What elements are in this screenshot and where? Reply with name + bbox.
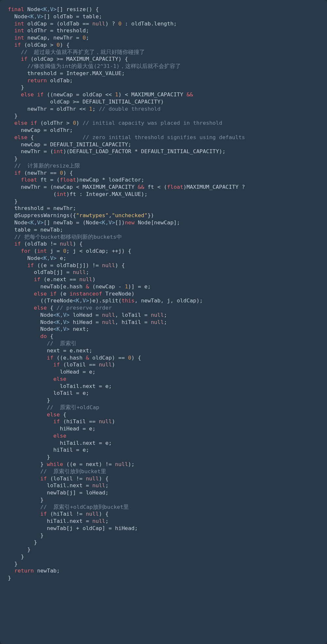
t: ;	[105, 518, 109, 524]
kw: if	[8, 355, 53, 361]
null: null	[99, 362, 112, 368]
t: Node	[8, 219, 27, 226]
t: newCap = DEFAULT_INITIAL_CAPACITY;	[8, 141, 131, 148]
t: (	[8, 191, 57, 197]
gen: <K,V>	[27, 219, 44, 226]
t: threshold = newThr;	[8, 205, 76, 211]
t: )newCap * loadFactor;	[76, 177, 145, 183]
t: hiHead =	[70, 319, 102, 325]
kw: if	[8, 42, 21, 48]
gen: <K,V>	[53, 326, 70, 332]
op: &	[86, 355, 89, 361]
kw: instanceof	[70, 291, 102, 297]
kw: this	[122, 298, 135, 304]
t: newThr = (	[8, 148, 53, 154]
t: );	[128, 461, 135, 467]
t: Node	[8, 326, 53, 332]
code-block: final Node<K,V>[] resize() { Node<K,V>[]…	[0, 0, 327, 644]
null: null	[92, 21, 105, 27]
t: {	[47, 305, 57, 311]
null: null	[115, 461, 128, 467]
t: (newCap -	[89, 283, 125, 290]
t: newThr = (newCap < MAXIMUM_CAPACITY	[8, 184, 138, 190]
t: ) {	[115, 262, 125, 268]
cmt: // double threshold	[99, 106, 161, 112]
kw: return	[8, 77, 47, 84]
t: }	[8, 155, 18, 162]
t: TreeNode)	[102, 291, 134, 297]
op: &&	[186, 91, 193, 98]
t: (e	[57, 291, 70, 297]
t: ;	[86, 35, 89, 41]
cmt: //修改阈值为int的最大值(2^31-1)，这样以后就不会扩容了	[8, 63, 181, 69]
t: oldThr = threshold;	[24, 27, 89, 34]
t: (oldTab !=	[21, 241, 60, 247]
t: hiTail.next = e;	[8, 440, 112, 446]
gen: <K,V>	[99, 219, 115, 226]
kw: if	[8, 241, 21, 247]
gen: <K,V>	[40, 6, 57, 12]
t: ;	[164, 312, 167, 318]
t: }	[8, 575, 11, 581]
op: &	[86, 283, 89, 290]
t: )(DEFAULT_LOAD_FACTOR * DEFAULT_INITIAL_…	[63, 148, 226, 154]
t: ft = (	[37, 177, 60, 183]
cmt: // 原索引+oldCap放到bucket里	[8, 504, 129, 510]
t: (newThr ==	[21, 170, 60, 176]
null: null	[151, 312, 164, 318]
cmt: // zero initial threshold signifies usin…	[83, 134, 245, 140]
t: ) {	[99, 511, 109, 517]
t: , newTab, j, oldCap);	[134, 298, 203, 304]
t: @SuppressWarnings({	[8, 212, 76, 218]
n: 1	[125, 283, 128, 290]
kw: else	[8, 376, 66, 382]
null: null	[99, 418, 112, 425]
t: ((e.hash	[53, 355, 86, 361]
t: (loTail !=	[47, 475, 86, 482]
kw: if	[8, 276, 40, 282]
t: newTab;	[34, 568, 60, 574]
null: null	[73, 269, 86, 275]
n: 0	[63, 248, 66, 254]
null: null	[102, 262, 115, 268]
t: ) {	[73, 241, 83, 247]
n: 1	[89, 106, 92, 112]
t: oldTab;	[47, 77, 73, 84]
t: newCap, newThr =	[24, 35, 83, 41]
t: }	[8, 546, 31, 553]
t: newThr = oldThr <<	[8, 106, 89, 112]
t: ) ?	[105, 21, 118, 27]
t: ; j < oldCap; ++j) {	[66, 248, 131, 254]
null: null	[102, 319, 115, 325]
t: ((e = next) !=	[63, 461, 115, 467]
t: (oldCap >	[21, 42, 57, 48]
kw: if	[8, 170, 21, 176]
n: 0	[128, 355, 131, 361]
kw: new	[125, 219, 135, 226]
t: )ft : Integer.MAX_VALUE);	[66, 191, 147, 197]
t: ) {	[60, 42, 70, 48]
t: ;	[164, 319, 167, 325]
null: null	[60, 241, 73, 247]
t: ) {	[99, 475, 109, 482]
t: (	[31, 248, 37, 254]
t: {	[27, 134, 83, 140]
t: ) {	[131, 355, 141, 361]
kw: int	[37, 248, 47, 254]
t: ) < MAXIMUM_CAPACITY	[118, 91, 187, 98]
gen: <K,V>	[27, 13, 44, 20]
t: : oldTab.length;	[122, 21, 177, 27]
t: [] resize() {	[57, 6, 99, 12]
t: }	[8, 561, 18, 567]
t: )] = e;	[128, 283, 151, 290]
kw: int	[57, 191, 66, 197]
t: next = e.next;	[8, 347, 92, 354]
kw: return	[8, 568, 34, 574]
null: null	[86, 511, 99, 517]
t: )	[76, 120, 83, 126]
cmt: // preserve order	[57, 305, 112, 311]
t: [])	[115, 219, 125, 226]
null: null	[92, 518, 105, 524]
t: oldCap = (oldTab ==	[24, 21, 93, 27]
t: oldCap >= DEFAULT_INITIAL_CAPACITY)	[8, 99, 164, 105]
